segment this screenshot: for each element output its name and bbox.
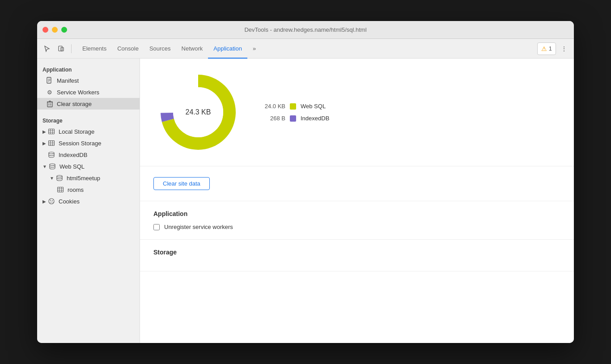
warning-badge[interactable]: ⚠ 1 <box>537 42 556 55</box>
html5meetup-arrow: ▼ <box>50 176 54 181</box>
chart-center-label: 24.3 KB <box>186 108 211 116</box>
toolbar-right: ⚠ 1 ⋮ <box>537 42 570 55</box>
websql-color-swatch <box>290 103 296 110</box>
sidebar-item-manifest[interactable]: Manifest <box>37 75 140 86</box>
local-storage-label: Local Storage <box>59 128 94 135</box>
devtools-toolbar: Elements Console Sources Network Applica… <box>37 39 574 59</box>
storage-section-heading: Storage <box>153 249 560 256</box>
unregister-label: Unregister service workers <box>164 224 233 230</box>
session-storage-icon <box>48 140 55 147</box>
application-section-heading: Application <box>153 210 560 217</box>
tab-more[interactable]: » <box>247 39 261 59</box>
svg-point-23 <box>57 175 62 177</box>
clear-storage-icon <box>46 100 53 107</box>
html5meetup-label: html5meetup <box>67 175 100 182</box>
content-panel: 24.3 KB 24.0 KB Web SQL 268 B IndexedDB <box>140 59 574 343</box>
maximize-button[interactable] <box>61 27 67 33</box>
indexeddb-color-swatch <box>290 115 296 122</box>
svg-point-33 <box>52 202 53 203</box>
storage-section: Storage <box>140 240 574 271</box>
chart-section: 24.3 KB 24.0 KB Web SQL 268 B IndexedDB <box>140 59 574 166</box>
tab-application[interactable]: Application <box>208 39 247 59</box>
device-icon[interactable] <box>55 42 68 55</box>
clear-storage-label: Clear storage <box>57 101 92 107</box>
local-storage-arrow: ▶ <box>42 129 46 134</box>
donut-chart: 24.3 KB <box>153 68 243 157</box>
websql-arrow: ▼ <box>42 164 47 169</box>
sidebar-item-websql[interactable]: ▼ Web SQL <box>37 161 140 172</box>
sidebar-item-session-storage[interactable]: ▶ Session Storage <box>37 137 140 149</box>
legend-indexeddb: 268 B IndexedDB <box>261 115 329 122</box>
rooms-icon <box>57 186 64 193</box>
service-workers-icon: ⚙ <box>46 89 53 96</box>
rooms-label: rooms <box>68 186 84 193</box>
warning-count: 1 <box>549 45 552 52</box>
tab-elements[interactable]: Elements <box>77 39 112 59</box>
chart-legend: 24.0 KB Web SQL 268 B IndexedDB <box>261 103 329 122</box>
clear-section: Clear site data <box>140 166 574 201</box>
websql-label: Web SQL <box>59 163 85 170</box>
session-storage-arrow: ▶ <box>42 141 46 146</box>
application-section: Application Unregister service workers <box>140 201 574 240</box>
svg-point-22 <box>50 164 55 165</box>
websql-icon <box>49 163 56 170</box>
window-title: DevTools - andrew.hedges.name/html5/sql.… <box>244 26 366 33</box>
sidebar-item-local-storage[interactable]: ▶ Local Storage <box>37 126 140 137</box>
application-section-title: Application <box>37 63 140 75</box>
svg-point-32 <box>51 202 51 203</box>
sidebar-item-service-workers[interactable]: ⚙ Service Workers <box>37 86 140 98</box>
svg-point-31 <box>52 200 53 201</box>
manifest-icon <box>46 77 53 84</box>
sidebar-item-indexeddb[interactable]: IndexedDB <box>37 149 140 161</box>
tab-network[interactable]: Network <box>176 39 208 59</box>
minimize-button[interactable] <box>52 27 58 33</box>
more-options-button[interactable]: ⋮ <box>558 42 570 55</box>
svg-rect-16 <box>49 141 55 146</box>
service-workers-label: Service Workers <box>57 89 99 96</box>
tab-list: Elements Console Sources Network Applica… <box>75 39 261 58</box>
html5meetup-icon <box>56 174 63 182</box>
cookies-arrow: ▶ <box>42 199 46 204</box>
tab-console[interactable]: Console <box>112 39 144 59</box>
indexeddb-legend-label: IndexedDB <box>301 115 329 122</box>
close-button[interactable] <box>42 27 48 33</box>
storage-section-title: Storage <box>37 114 140 126</box>
sidebar: Application Manifest ⚙ Service Workers <box>37 59 140 343</box>
clear-site-data-button[interactable]: Clear site data <box>153 177 210 190</box>
svg-point-21 <box>49 152 54 154</box>
cursor-icon[interactable] <box>41 42 53 55</box>
sidebar-item-html5meetup[interactable]: ▼ html5meetup <box>37 172 140 184</box>
svg-point-30 <box>50 200 51 201</box>
indexeddb-size: 268 B <box>261 115 285 122</box>
legend-websql: 24.0 KB Web SQL <box>261 103 329 110</box>
window-controls <box>42 27 67 33</box>
indexeddb-label: IndexedDB <box>59 152 87 158</box>
sidebar-item-clear-storage[interactable]: Clear storage <box>37 98 140 110</box>
svg-rect-6 <box>47 102 52 107</box>
unregister-checkbox[interactable] <box>153 224 160 230</box>
svg-rect-11 <box>49 129 55 134</box>
cookies-icon <box>48 198 55 205</box>
toolbar-divider <box>71 44 72 53</box>
indexeddb-icon <box>48 151 55 158</box>
devtools-window: DevTools - andrew.hedges.name/html5/sql.… <box>37 21 574 343</box>
session-storage-label: Session Storage <box>59 140 101 147</box>
cookies-label: Cookies <box>59 198 80 205</box>
local-storage-icon <box>48 128 55 135</box>
svg-rect-0 <box>59 46 62 51</box>
svg-rect-24 <box>58 187 64 192</box>
sidebar-item-rooms[interactable]: rooms <box>37 184 140 195</box>
svg-point-29 <box>49 199 54 204</box>
manifest-label: Manifest <box>57 77 79 84</box>
titlebar: DevTools - andrew.hedges.name/html5/sql.… <box>37 21 574 39</box>
tab-sources[interactable]: Sources <box>144 39 176 59</box>
warning-icon: ⚠ <box>541 45 547 52</box>
main-content: Application Manifest ⚙ Service Workers <box>37 59 574 343</box>
websql-size: 24.0 KB <box>261 103 285 110</box>
websql-legend-label: Web SQL <box>301 103 326 110</box>
unregister-row: Unregister service workers <box>153 224 560 230</box>
sidebar-item-cookies[interactable]: ▶ Cookies <box>37 195 140 207</box>
more-icon: ⋮ <box>561 45 567 52</box>
